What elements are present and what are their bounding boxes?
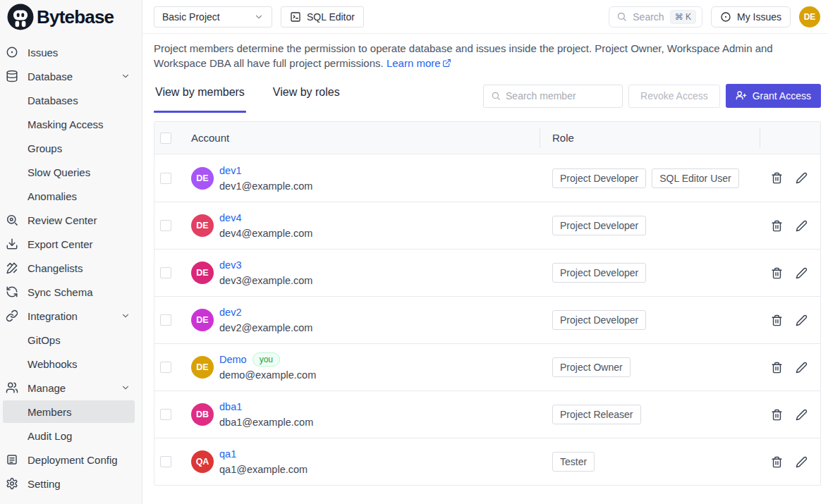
- edit-member-button[interactable]: [796, 456, 808, 468]
- delete-member-button[interactable]: [771, 362, 783, 374]
- toolbar-controls: Revoke Access Grant Access: [483, 84, 821, 108]
- actions-cell: [760, 362, 820, 374]
- role-cell: Project DeveloperSQL Editor User: [540, 168, 760, 188]
- sidebar-item-deployment-config[interactable]: Deployment Config: [3, 448, 135, 471]
- row-checkbox[interactable]: [160, 173, 171, 184]
- role-badge: Project Developer: [552, 310, 646, 330]
- edit-member-button[interactable]: [796, 267, 808, 279]
- sidebar-item-manage[interactable]: Manage: [3, 376, 135, 399]
- sidebar-item-issues[interactable]: Issues: [3, 41, 135, 63]
- member-row: DE dev3 dev3@example.com Project Develop…: [154, 249, 820, 296]
- sidebar-item-integration[interactable]: Integration: [3, 305, 135, 327]
- delete-member-button[interactable]: [771, 220, 783, 232]
- member-row: QA qa1 qa1@example.com Tester: [154, 438, 820, 485]
- row-checkbox[interactable]: [160, 456, 171, 467]
- sidebar-item-database[interactable]: Database: [3, 65, 135, 87]
- account-cell: DE dev3 dev3@example.com: [191, 250, 540, 296]
- member-search-input[interactable]: [506, 90, 615, 102]
- member-name-link[interactable]: dev4: [219, 210, 241, 226]
- delete-member-button[interactable]: [771, 456, 783, 468]
- sidebar-item-groups[interactable]: Groups: [3, 137, 135, 159]
- project-select[interactable]: Basic Project: [154, 6, 272, 27]
- role-cell: Project Developer: [540, 216, 760, 235]
- revoke-access-button[interactable]: Revoke Access: [628, 85, 720, 108]
- brand-logo[interactable]: Bytebase: [0, 0, 142, 34]
- member-name-link[interactable]: dev3: [219, 257, 241, 273]
- grant-access-button[interactable]: Grant Access: [726, 84, 821, 108]
- delete-member-button[interactable]: [771, 314, 783, 326]
- member-email: demo@example.com: [219, 367, 316, 383]
- member-name-link[interactable]: qa1: [219, 446, 236, 462]
- column-header-actions: [760, 122, 820, 154]
- gear-icon: [6, 477, 18, 490]
- sidebar-item-sync-schema[interactable]: Sync Schema: [3, 281, 135, 303]
- row-select-cell: [154, 456, 191, 467]
- delete-member-button[interactable]: [771, 172, 783, 184]
- sidebar-item-changelists[interactable]: Changelists: [3, 257, 135, 279]
- sidebar-item-audit-log[interactable]: Audit Log: [3, 424, 135, 447]
- sidebar-item-databases[interactable]: Databases: [3, 89, 135, 111]
- terminal-square-icon: [290, 11, 301, 23]
- row-select-cell: [154, 267, 191, 278]
- member-name-link[interactable]: dev1: [219, 163, 241, 178]
- edit-member-button[interactable]: [796, 362, 808, 374]
- sidebar-item-label: Masking Access: [28, 118, 104, 130]
- edit-member-button[interactable]: [796, 409, 808, 421]
- account-cell: DE Demo you demo@example.com: [191, 344, 540, 391]
- sidebar-item-gitops[interactable]: GitOps: [3, 328, 135, 351]
- actions-cell: [760, 314, 820, 326]
- member-name-link[interactable]: dev2: [219, 305, 241, 320]
- tab-view-by-roles[interactable]: View by roles: [272, 79, 341, 113]
- edit-member-button[interactable]: [796, 314, 808, 326]
- sidebar-item-masking-access[interactable]: Masking Access: [3, 113, 135, 135]
- users-icon: [6, 381, 18, 394]
- learn-more-link[interactable]: Learn more: [386, 57, 451, 69]
- global-search-button[interactable]: Search ⌘ K: [609, 6, 702, 27]
- member-name-link[interactable]: Demo: [219, 352, 247, 367]
- chevron-down-icon: [254, 12, 264, 22]
- chevron-down-icon: [121, 383, 130, 393]
- sidebar-item-setting[interactable]: Setting: [3, 472, 135, 495]
- actions-cell: [760, 220, 820, 232]
- delete-member-button[interactable]: [771, 409, 783, 421]
- row-checkbox[interactable]: [160, 409, 171, 420]
- user-avatar[interactable]: DE: [799, 6, 820, 27]
- sql-editor-button[interactable]: SQL Editor: [281, 6, 364, 27]
- account-cell: DB dba1 dba1@example.com: [191, 391, 540, 438]
- member-avatar: DE: [191, 214, 214, 237]
- sidebar-item-members[interactable]: Members: [3, 400, 135, 423]
- row-checkbox[interactable]: [160, 220, 171, 231]
- sidebar-item-webhooks[interactable]: Webhooks: [3, 352, 135, 375]
- link-icon: [6, 309, 18, 322]
- edit-member-button[interactable]: [796, 172, 808, 184]
- member-name-link[interactable]: dba1: [219, 399, 242, 414]
- delete-member-button[interactable]: [771, 267, 783, 279]
- member-avatar: DE: [191, 309, 214, 331]
- actions-cell: [760, 172, 820, 184]
- tab-view-by-members[interactable]: View by members: [154, 79, 246, 113]
- sidebar-item-review-center[interactable]: Review Center: [3, 209, 135, 231]
- download-icon: [6, 238, 18, 250]
- role-badge: Project Developer: [552, 263, 646, 283]
- members-toolbar: View by members View by roles Revoke Acc…: [154, 79, 821, 113]
- pencil-ruler-icon: [6, 262, 18, 274]
- row-checkbox[interactable]: [160, 314, 171, 326]
- sidebar-item-anomalies[interactable]: Anomalies: [3, 185, 135, 207]
- my-issues-button[interactable]: My Issues: [711, 6, 791, 27]
- account-cell: DE dev4 dev4@example.com: [191, 202, 540, 249]
- member-row: DE Demo you demo@example.com Project Own…: [154, 343, 820, 391]
- member-email: qa1@example.com: [219, 462, 308, 477]
- sidebar-item-export-center[interactable]: Export Center: [3, 233, 135, 255]
- column-header-account: Account: [191, 122, 540, 154]
- select-all-checkbox[interactable]: [160, 133, 171, 144]
- sidebar-item-slow-queries[interactable]: Slow Queries: [3, 161, 135, 183]
- row-checkbox[interactable]: [160, 267, 171, 278]
- sidebar-item-label: Setting: [28, 478, 61, 490]
- edit-member-button[interactable]: [796, 220, 808, 232]
- row-checkbox[interactable]: [160, 362, 171, 373]
- member-avatar: DB: [191, 403, 214, 426]
- role-badge: Project Releaser: [552, 405, 641, 424]
- sidebar-nav: Issues Database Databases Masking Access…: [0, 34, 142, 495]
- user-plus-icon: [736, 90, 747, 102]
- role-badge: Project Owner: [552, 357, 631, 377]
